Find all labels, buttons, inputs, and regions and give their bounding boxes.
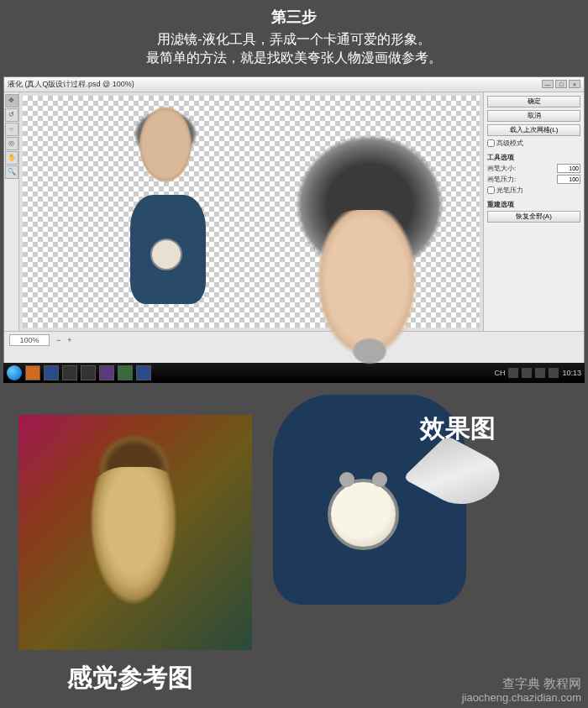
titlebar[interactable]: 液化 (真人Q版设计过程.psd @ 100%) — □ × xyxy=(4,77,584,92)
ok-button[interactable]: 确定 xyxy=(487,96,580,108)
reconstruct-options-title: 重建选项 xyxy=(487,200,580,209)
result-label: 效果图 xyxy=(420,412,496,446)
task-app-5[interactable] xyxy=(99,365,114,380)
options-panel: 确定 取消 载入上次网格(L) 高级模式 工具选项 画笔大小: 画笔压力: 光笔… xyxy=(483,92,584,331)
pucker-tool[interactable]: ○ xyxy=(5,123,18,136)
result-figure xyxy=(244,109,479,613)
task-app-7[interactable] xyxy=(136,365,151,380)
restore-all-button[interactable]: 恢复全部(A) xyxy=(487,211,580,223)
brush-pressure-input[interactable] xyxy=(557,175,580,184)
zoom-display[interactable]: 100% xyxy=(9,334,50,346)
zoom-tool[interactable]: 🔍 xyxy=(5,165,18,179)
clock[interactable]: 10:13 xyxy=(562,369,581,377)
reconstruct-tool[interactable]: ↺ xyxy=(5,108,18,122)
maximize-button[interactable]: □ xyxy=(555,80,567,88)
step-desc-1: 用滤镜-液化工具，弄成一个卡通可爱的形象。 xyxy=(0,30,588,49)
language-indicator[interactable]: CH xyxy=(494,369,505,377)
task-app-1[interactable] xyxy=(25,365,40,380)
close-button[interactable]: × xyxy=(569,80,580,88)
tray-network-icon[interactable] xyxy=(549,368,559,378)
hand-tool[interactable]: ✋ xyxy=(5,151,18,165)
start-button[interactable] xyxy=(7,365,22,380)
tray-volume-icon[interactable] xyxy=(535,368,545,378)
watermark: 查字典 教程网 jiaocheng.chazidian.com xyxy=(462,676,581,705)
reference-image xyxy=(18,415,252,650)
brush-pressure-label: 画笔压力: xyxy=(487,175,555,184)
tray-icon-2[interactable] xyxy=(522,368,532,378)
brush-size-label: 画笔大小: xyxy=(487,164,555,173)
task-app-6[interactable] xyxy=(118,365,133,380)
editing-subject xyxy=(107,104,224,323)
task-app-3[interactable] xyxy=(62,365,77,380)
step-desc-2: 最简单的方法，就是找欧美夸张人物漫画做参考。 xyxy=(0,49,588,67)
step-title: 第三步 xyxy=(0,7,588,27)
window-title: 液化 (真人Q版设计过程.psd @ 100%) xyxy=(8,79,542,90)
advanced-mode-checkbox[interactable] xyxy=(487,139,495,147)
bloat-tool[interactable]: ◎ xyxy=(5,137,18,150)
advanced-mode-label: 高级模式 xyxy=(496,139,580,148)
cancel-button[interactable]: 取消 xyxy=(487,110,580,122)
tool-options-title: 工具选项 xyxy=(487,153,580,162)
task-app-4[interactable] xyxy=(81,365,96,380)
clock-icon xyxy=(328,479,399,550)
zoom-in-icon[interactable]: + xyxy=(67,336,71,344)
forward-warp-tool[interactable]: ✥ xyxy=(5,94,18,108)
task-app-2[interactable] xyxy=(44,365,59,380)
watermark-line2: jiaocheng.chazidian.com xyxy=(462,691,581,705)
reference-label: 感觉参考图 xyxy=(67,661,193,695)
brush-size-input[interactable] xyxy=(557,164,580,173)
zoom-out-icon[interactable]: − xyxy=(56,336,60,344)
minimize-button[interactable]: — xyxy=(542,80,554,88)
tool-palette: ✥ ↺ ○ ◎ ✋ 🔍 xyxy=(4,92,19,331)
stylus-pressure-checkbox[interactable] xyxy=(487,186,495,194)
tray-icon-1[interactable] xyxy=(508,368,518,378)
load-mesh-button[interactable]: 载入上次网格(L) xyxy=(487,124,580,136)
watermark-line1: 查字典 教程网 xyxy=(462,676,581,691)
stylus-pressure-label: 光笔压力 xyxy=(496,186,580,195)
